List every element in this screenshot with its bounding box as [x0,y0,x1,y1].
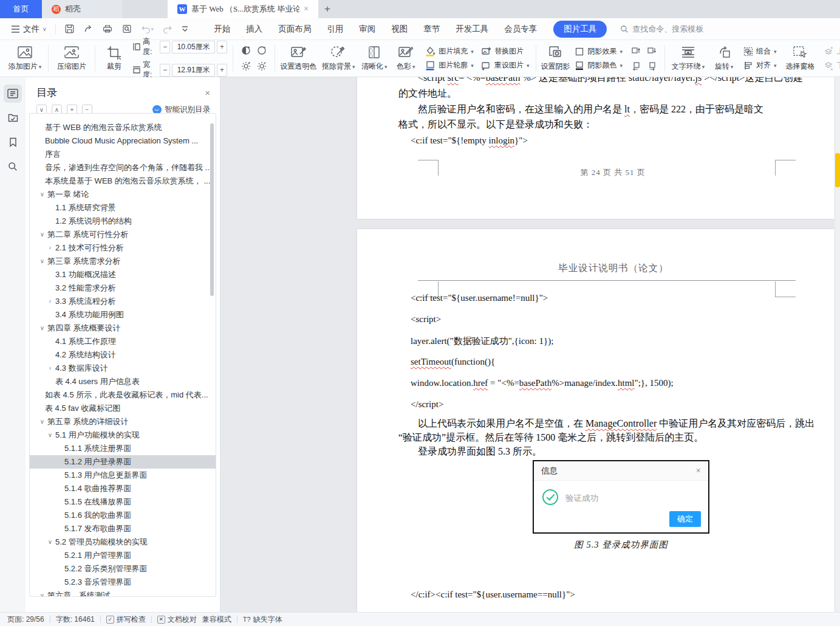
toc-item[interactable]: Bubble Cloud Music Appreciation System .… [30,134,216,148]
new-tab-button[interactable]: + [318,0,336,18]
toc-item[interactable]: 基于 WEB 的泡泡云音乐欣赏系统 [30,121,216,134]
align-button[interactable]: 对齐▾ [743,60,777,71]
search-icon[interactable] [4,157,22,176]
shadow-effect-button[interactable]: 阴影效果▾ [575,46,623,57]
toc-item[interactable]: 1.2 系统说明书的结构 [30,215,216,228]
toc-item[interactable]: 表 4.4 users 用户信息表 [30,375,216,388]
toc-item[interactable]: 5.1.3 用户信息更新界面 [30,469,216,482]
file-menu-button[interactable]: 文件 ∨ [6,24,52,35]
undo-icon[interactable]: ▾ [141,24,154,33]
reset-picture-button[interactable]: 重设图片▾ [481,60,530,71]
toc-item[interactable]: 5.1.5 在线播放界面 [30,495,216,509]
page-indicator[interactable]: 页面: 29/56 [7,614,44,625]
menu-item-5[interactable]: 视图 [383,20,415,38]
toc-item[interactable]: 5.1.1 系统注册界面 [30,442,216,455]
toc-item[interactable]: 5.1.7 发布歌曲界面 [30,522,216,535]
undo-dropdown-icon[interactable]: ▾ [151,26,154,32]
group-button[interactable]: 组合▾ [743,46,777,57]
contrast-decrease-icon[interactable] [254,43,269,58]
bookmark-icon[interactable] [4,133,22,151]
search-input[interactable]: 查找命令、搜索模板 [620,24,703,35]
toc-item[interactable]: 序言 [30,148,216,161]
toc-item[interactable]: 1.1 系统研究背景 [30,201,216,215]
shadow-color-button[interactable]: 阴影颜色▾ [575,60,623,71]
clarify-button[interactable]: 清晰化▾ [358,41,390,75]
toc-item[interactable]: 3.4 系统功能用例图 [30,308,216,322]
nudge-right-icon[interactable] [644,59,659,74]
toc-item[interactable]: ›3.3 系统流程分析 [30,295,216,308]
crop-button[interactable]: 裁剪 [98,41,130,75]
redo-icon[interactable] [162,24,172,33]
scrollbar-thumb[interactable] [835,153,840,187]
tab-close-icon[interactable]: × [304,4,309,14]
toc-item[interactable]: 4.1 系统工作原理 [30,335,216,348]
menu-item-3[interactable]: 引用 [319,20,351,38]
chevron-down-icon[interactable]: ∨ [37,228,47,241]
set-shadow-button[interactable]: 设置阴影 [539,41,571,75]
tab-home[interactable]: 首页 [0,0,42,18]
chevron-right-icon[interactable]: › [45,295,55,308]
replace-picture-button[interactable]: 替换图片 [481,46,530,57]
send-backward-button[interactable]: 下移一 [824,60,840,71]
document-page-25[interactable]: 毕业设计说明书（论文） <c:if test="${user.username!… [357,229,835,612]
menu-item-0[interactable]: 开始 [206,20,238,38]
width-value[interactable]: 12.91厘米 [172,64,214,77]
menu-item-1[interactable]: 插入 [238,20,270,38]
toc-item[interactable]: ∨5.1 用户功能模块的实现 [30,428,216,442]
document-canvas[interactable]: <script src= <%=basePath %> 这是基础的项目路径 st… [220,77,840,612]
close-icon[interactable]: × [205,88,210,98]
toc-scrollbar[interactable] [210,123,214,296]
chapter-nav-icon[interactable] [4,109,22,127]
toc-item[interactable]: 音乐，渗透到生存空间的各个角落，伴随着我 ... [30,161,216,174]
toc-item[interactable]: 3.1 功能概况描述 [30,268,216,281]
chevron-down-icon[interactable]: ∨ [45,535,55,549]
toc-item[interactable]: ∨第一章 绪论 [30,188,216,201]
width-decrease-button[interactable]: − [160,64,171,77]
save-icon[interactable] [64,24,75,34]
width-increase-button[interactable]: + [217,64,228,77]
text-wrap-button[interactable]: 文字环绕▾ [668,41,708,75]
tab-picture-tools[interactable]: 图片工具 [553,21,607,38]
toc-item[interactable]: 5.2.3 音乐管理界面 [30,576,216,589]
chevron-down-icon[interactable]: ∨ [45,428,55,442]
chevron-down-icon[interactable]: ∨ [37,589,47,597]
nudge-up-icon[interactable] [629,43,643,58]
chevron-right-icon[interactable]: › [45,241,55,255]
height-increase-button[interactable]: + [217,41,228,53]
menu-item-4[interactable]: 审阅 [351,20,383,38]
height-decrease-button[interactable]: − [160,41,171,53]
compress-picture-button[interactable]: 压缩图片 [52,41,92,75]
toc-item[interactable]: 表 4.5 fav 收藏标记图 [30,402,216,415]
contrast-increase-icon[interactable] [239,43,253,58]
toc-item[interactable]: ∨第三章 系统需求分析 [30,255,216,268]
chevron-right-icon[interactable]: › [45,362,55,375]
toc-item[interactable]: 如表 4.5 所示，此表是收藏标记表，mid 代表... [30,388,216,402]
menu-item-8[interactable]: 会员专享 [496,20,545,38]
toc-item[interactable]: ›4.3 数据库设计 [30,362,216,375]
tab-docer[interactable]: 稻 稻壳 [42,0,122,18]
menu-item-7[interactable]: 开发工具 [448,20,496,38]
menu-item-2[interactable]: 页面布局 [270,20,319,38]
export-icon[interactable] [83,24,94,34]
toc-item[interactable]: 5.2.1 用户管理界面 [30,549,216,562]
document-page-24[interactable]: <script src= <%=basePath %> 这是基础的项目路径 st… [357,77,835,219]
missing-font-indicator[interactable]: T? 缺失字体 [243,614,282,625]
set-transparent-color-button[interactable]: 设置透明色 [278,41,318,75]
toc-item[interactable]: 5.1.2 用户登录界面 [30,455,216,469]
bring-forward-button[interactable]: 上移一 [824,46,840,57]
toc-item[interactable]: 4.2 系统结构设计 [30,348,216,362]
brightness-increase-icon[interactable] [239,59,253,74]
toc-item[interactable]: ∨5.2 管理员功能模块的实现 [30,535,216,549]
nudge-down-icon[interactable] [644,43,659,58]
toc-item[interactable]: ∨第五章 系统的详细设计 [30,415,216,428]
toc-item[interactable]: 本系统是基于 WEB 的泡泡云音乐欣赏系统， ... [30,174,216,188]
print-preview-icon[interactable] [121,24,132,34]
menu-item-6[interactable]: 章节 [415,20,448,38]
rotate-button[interactable]: 旋转▾ [708,41,740,75]
word-count[interactable]: 字数: 16461 [56,614,95,625]
toc-item[interactable]: ∨第六章 系统测试 [30,589,216,597]
add-picture-button[interactable]: 添加图片▾ [5,41,45,75]
chevron-down-icon[interactable]: ∨ [37,322,47,335]
vertical-scrollbar[interactable] [835,77,840,612]
spellcheck-toggle[interactable]: ✓ 拼写检查 [106,614,146,625]
